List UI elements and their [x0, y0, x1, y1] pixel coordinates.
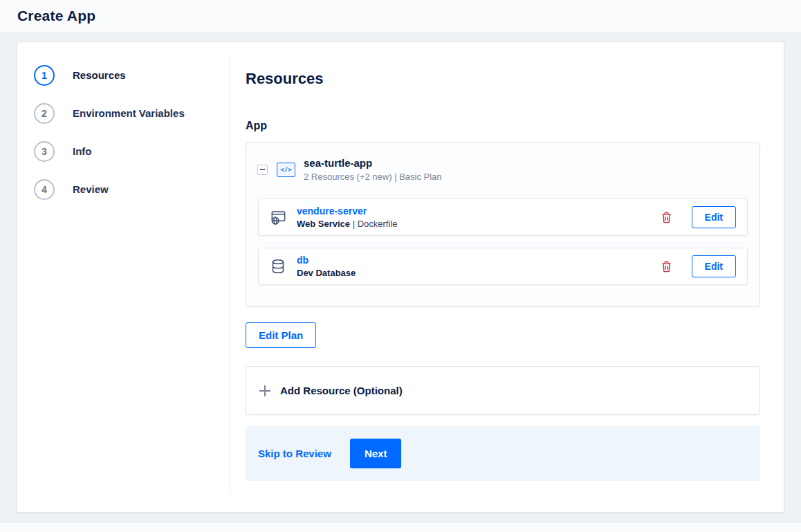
database-icon [270, 258, 288, 275]
app-section-label: App [246, 120, 760, 132]
collapse-icon[interactable] [257, 165, 268, 175]
edit-resource-button[interactable]: Edit [692, 206, 736, 228]
skip-to-review-link[interactable]: Skip to Review [258, 448, 331, 459]
resource-type: Web Service [297, 219, 350, 229]
content-heading: Resources [246, 70, 760, 88]
delete-resource-icon[interactable] [660, 210, 673, 225]
app-titleblock: sea-turtle-app 2 Resources (+2 new) | Ba… [304, 157, 442, 182]
resource-subtitle: Web Service | Dockerfile [297, 219, 398, 229]
wizard-content: Resources App </> sea-turtle-app 2 Resou… [230, 42, 784, 512]
step-4-circle: 4 [34, 179, 55, 200]
resource-row-vendure-server: vendure-server Web Service | Dockerfile [258, 199, 748, 236]
step-environment-variables[interactable]: 2 Environment Variables [34, 94, 230, 132]
resource-textblock: vendure-server Web Service | Dockerfile [297, 205, 398, 229]
resource-rows: vendure-server Web Service | Dockerfile [246, 199, 759, 306]
step-4-label: Review [73, 183, 109, 195]
resource-type: Dev Database [297, 268, 356, 278]
resource-subtitle: Dev Database [297, 268, 356, 278]
delete-resource-icon[interactable] [660, 259, 673, 274]
resource-textblock: db Dev Database [297, 255, 356, 278]
create-app-wizard-card: 1 Resources 2 Environment Variables 3 In… [17, 42, 784, 513]
app-card-header: </> sea-turtle-app 2 Resources (+2 new) … [246, 143, 759, 199]
step-3-circle: 3 [34, 141, 55, 162]
step-resources[interactable]: 1 Resources [34, 56, 230, 94]
resource-name-link[interactable]: vendure-server [297, 205, 398, 217]
resource-detail: | Dockerfile [350, 219, 397, 229]
page-footer-strip [0, 523, 801, 532]
web-service-icon [270, 209, 288, 226]
step-review[interactable]: 4 Review [34, 170, 230, 208]
resource-actions: Edit [660, 206, 736, 228]
app-subtitle: 2 Resources (+2 new) | Basic Plan [304, 172, 442, 182]
next-button[interactable]: Next [350, 439, 402, 468]
resource-actions: Edit [660, 255, 736, 277]
step-1-circle: 1 [34, 65, 55, 86]
app-card: </> sea-turtle-app 2 Resources (+2 new) … [246, 143, 760, 307]
resource-row-db: db Dev Database [258, 248, 748, 285]
page-header [0, 0, 801, 32]
edit-plan-button[interactable]: Edit Plan [246, 322, 316, 348]
step-3-label: Info [73, 145, 92, 157]
plus-icon [259, 385, 270, 396]
edit-resource-button[interactable]: Edit [692, 255, 736, 277]
wizard-footer-bar: Skip to Review Next [246, 426, 760, 481]
step-2-label: Environment Variables [73, 107, 185, 119]
step-1-label: Resources [73, 69, 126, 81]
step-info[interactable]: 3 Info [34, 132, 230, 170]
code-icon: </> [277, 163, 295, 177]
add-resource-label: Add Resource (Optional) [280, 385, 403, 396]
step-2-circle: 2 [34, 103, 55, 124]
page-title: Create App [17, 8, 95, 24]
wizard-stepper: 1 Resources 2 Environment Variables 3 In… [17, 56, 230, 493]
resource-name-link[interactable]: db [297, 255, 356, 266]
app-name: sea-turtle-app [304, 157, 442, 169]
add-resource-card[interactable]: Add Resource (Optional) [246, 366, 760, 415]
